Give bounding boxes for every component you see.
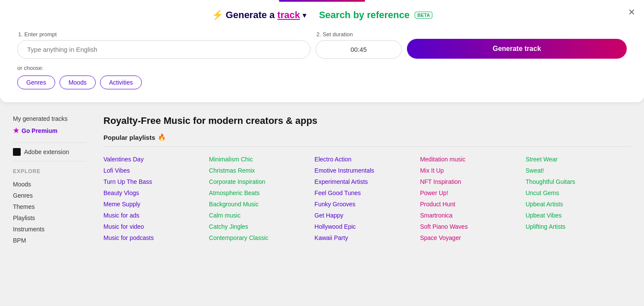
progress-bar-area — [17, 0, 627, 5]
list-item[interactable]: Product Hunt — [420, 199, 525, 210]
sidebar-item-playlists[interactable]: Playlists — [13, 212, 86, 224]
list-item[interactable]: Smartronica — [420, 210, 525, 221]
list-item[interactable]: Upbeat Artists — [525, 199, 631, 210]
go-premium-label: Go Premium — [22, 127, 57, 134]
list-item[interactable]: Sweat! — [525, 165, 631, 176]
list-item[interactable]: Kawaii Party — [315, 232, 420, 243]
bolt-icon: ⚡ — [212, 9, 223, 21]
sidebar-item-bpm[interactable]: BPM — [13, 235, 86, 246]
list-item[interactable]: Funky Grooves — [315, 199, 420, 210]
chevron-down-icon: ▾ — [303, 11, 306, 19]
progress-bar — [279, 0, 365, 2]
list-item[interactable]: Upbeat Vibes — [525, 210, 631, 221]
playlists-header: Popular playlists 🔥 — [103, 133, 631, 141]
playlist-column-3: Meditation musicMix It UpNFT Inspiration… — [420, 154, 525, 243]
or-choose-label: or choose: — [17, 65, 627, 71]
list-item[interactable]: NFT Inspiration — [420, 176, 525, 187]
list-item[interactable]: Minimalism Chic — [209, 154, 315, 165]
divider-1 — [13, 142, 86, 143]
list-item[interactable]: Thoughtful Guitars — [525, 176, 631, 187]
sidebar-item-genres[interactable]: Genres — [13, 190, 86, 201]
header-tabs: ⚡ Generate a track ▾ Search by reference… — [17, 5, 627, 31]
list-item[interactable]: Uplifting Artists — [525, 221, 631, 232]
list-item[interactable]: Atmospheric Beats — [209, 187, 315, 199]
search-tab[interactable]: Search by reference BETA — [319, 9, 432, 21]
list-item[interactable]: Turn Up The Bass — [103, 176, 209, 187]
generate-track-button[interactable]: Generate track — [407, 39, 627, 59]
prompt-label: 1. Enter prompt — [18, 31, 310, 38]
moods-pill[interactable]: Moods — [59, 76, 96, 89]
sidebar-my-tracks-section: My generated tracks ★ Go Premium Adobe e… — [13, 115, 86, 246]
sidebar: My generated tracks ★ Go Premium Adobe e… — [0, 115, 95, 256]
adobe-icon — [13, 148, 21, 156]
list-item[interactable]: Get Happy — [315, 210, 420, 221]
list-item[interactable]: Calm music — [209, 210, 315, 221]
main-panel: Royalty-Free Music for modern creators &… — [95, 115, 644, 256]
list-item[interactable]: Power Up! — [420, 187, 525, 199]
list-item[interactable]: Meme Supply — [103, 199, 209, 210]
fire-icon: 🔥 — [158, 133, 166, 141]
adobe-extension[interactable]: Adobe extension — [13, 148, 86, 156]
list-item[interactable]: Catchy Jingles — [209, 221, 315, 232]
list-item[interactable]: Experimental Artists — [315, 176, 420, 187]
list-item[interactable]: Valentines Day — [103, 154, 209, 165]
duration-label: 2. Set duration — [316, 31, 402, 38]
star-icon: ★ — [13, 126, 19, 135]
list-item[interactable]: Music for ads — [103, 210, 209, 221]
playlists-grid: Valentines DayLofi VibesTurn Up The Bass… — [103, 154, 631, 243]
prompt-input[interactable] — [17, 40, 310, 59]
playlist-column-4: Street WearSweat!Thoughtful GuitarsUncut… — [525, 154, 631, 243]
list-item[interactable]: Street Wear — [525, 154, 631, 165]
top-panel: ✕ ⚡ Generate a track ▾ Search by referen… — [0, 0, 644, 102]
sidebar-item-instruments[interactable]: Instruments — [13, 224, 86, 235]
list-item[interactable]: Mix It Up — [420, 165, 525, 176]
playlist-column-1: Minimalism ChicChristmas RemixCorporate … — [209, 154, 315, 243]
main-title: Royalty-Free Music for modern creators &… — [103, 115, 631, 126]
list-item[interactable]: Meditation music — [420, 154, 525, 165]
list-item[interactable]: Christmas Remix — [209, 165, 315, 176]
search-tab-label: Search by reference — [319, 9, 410, 21]
generate-tab-prefix: Generate a — [226, 9, 275, 21]
list-item[interactable]: Hollywood Epic — [315, 221, 420, 232]
choose-pills: Genres Moods Activities — [17, 76, 627, 89]
playlist-column-2: Electro ActionEmotive InstrumentalsExper… — [315, 154, 420, 243]
sidebar-my-tracks[interactable]: My generated tracks — [13, 115, 86, 122]
go-premium[interactable]: ★ Go Premium — [13, 126, 86, 135]
list-item[interactable]: Corporate Inspiration — [209, 176, 315, 187]
genres-pill[interactable]: Genres — [17, 76, 55, 89]
playlist-column-0: Valentines DayLofi VibesTurn Up The Bass… — [103, 154, 209, 243]
duration-field-group: 2. Set duration — [316, 31, 402, 59]
sidebar-item-themes[interactable]: Themes — [13, 201, 86, 212]
list-item[interactable]: Lofi Vibes — [103, 165, 209, 176]
list-item[interactable]: Music for podcasts — [103, 232, 209, 243]
list-item[interactable]: Contemporary Classic — [209, 232, 315, 243]
list-item[interactable]: Soft Piano Waves — [420, 221, 525, 232]
track-word: track — [277, 9, 300, 21]
generate-tab[interactable]: ⚡ Generate a track ▾ — [212, 9, 306, 21]
sidebar-item-moods[interactable]: Moods — [13, 179, 86, 190]
form-row: 1. Enter prompt 2. Set duration Generate… — [17, 31, 627, 59]
list-item[interactable]: Uncut Gems — [525, 187, 631, 199]
list-item[interactable]: Emotive Instrumentals — [315, 165, 420, 176]
section-divider — [103, 146, 631, 147]
list-item[interactable]: Music for video — [103, 221, 209, 232]
prompt-field-group: 1. Enter prompt — [17, 31, 310, 59]
list-item[interactable]: Space Voyager — [420, 232, 525, 243]
playlists-header-label: Popular playlists — [103, 134, 155, 141]
main-content: My generated tracks ★ Go Premium Adobe e… — [0, 102, 644, 256]
divider-2 — [13, 161, 86, 161]
list-item[interactable]: Background Music — [209, 199, 315, 210]
duration-input[interactable] — [316, 40, 402, 59]
activities-pill[interactable]: Activities — [100, 76, 142, 89]
list-item[interactable]: Beauty Vlogs — [103, 187, 209, 199]
beta-badge: BETA — [415, 12, 432, 19]
list-item[interactable]: Electro Action — [315, 154, 420, 165]
close-button[interactable]: ✕ — [628, 7, 635, 17]
explore-label: EXPLORE — [13, 168, 86, 174]
adobe-extension-label: Adobe extension — [24, 148, 69, 155]
list-item[interactable]: Feel Good Tunes — [315, 187, 420, 199]
